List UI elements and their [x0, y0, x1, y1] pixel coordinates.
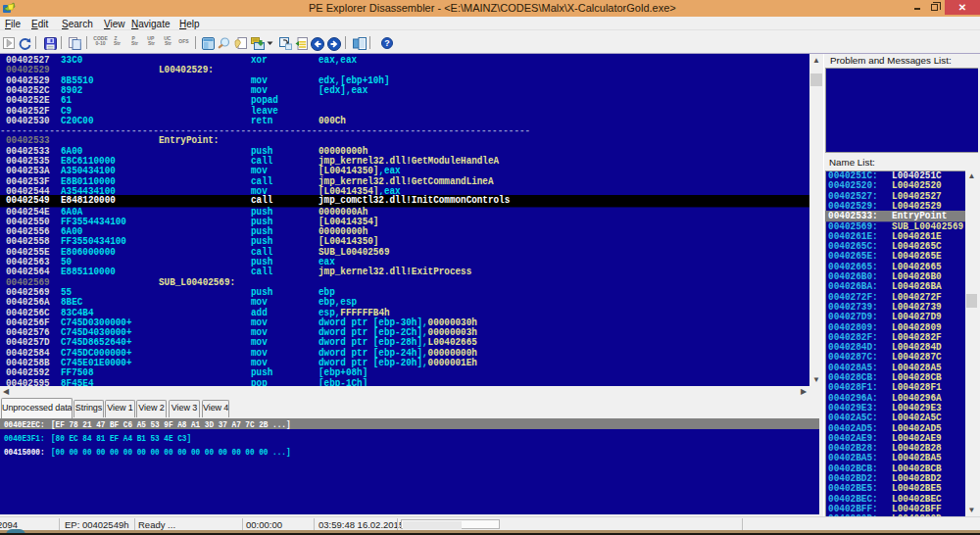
- svg-text:?: ?: [384, 38, 390, 48]
